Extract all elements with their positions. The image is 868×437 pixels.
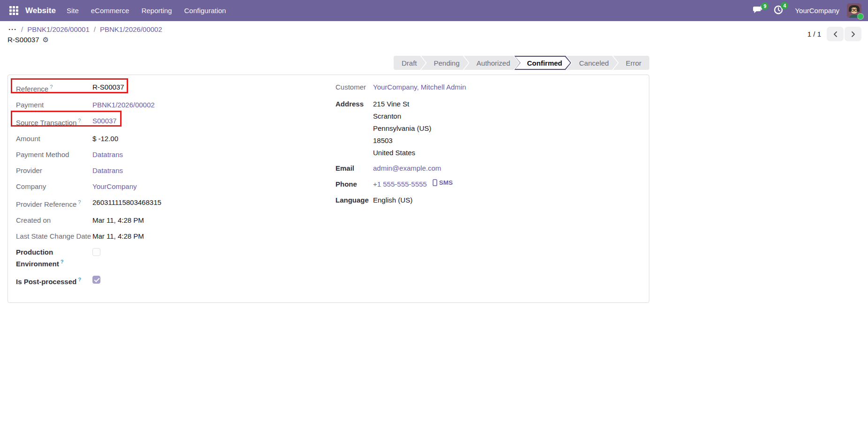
activities-badge: 4 [781, 2, 788, 9]
field-label: Amount [16, 134, 92, 143]
field-value-language: English (US) [373, 195, 412, 205]
help-icon: ? [78, 277, 81, 282]
status-step-pending[interactable]: Pending [421, 56, 468, 70]
field-value-last-state-change: Mar 11, 4:28 PM [92, 231, 144, 241]
sms-label: SMS [439, 179, 453, 186]
breadcrumb-link-2[interactable]: PBNK1/2026/00002 [100, 25, 162, 33]
online-status-dot [858, 14, 863, 19]
field-value-created-on: Mar 11, 4:28 PM [92, 215, 144, 225]
status-step-error[interactable]: Error [613, 56, 649, 70]
status-step-canceled[interactable]: Canceled [566, 56, 617, 70]
field-row-production-environment: Production Environment? [16, 247, 297, 269]
field-label: Customer [335, 82, 373, 92]
activities-icon[interactable]: 4 [773, 5, 784, 17]
field-row-provider-reference: Provider Reference? 260311115803468315 [16, 197, 297, 209]
mobile-phone-icon [433, 179, 437, 186]
top-navbar: Website Site eCommerce Reporting Configu… [0, 0, 868, 21]
field-row-amount: Amount $ -12.00 [16, 134, 297, 143]
field-row-email: Email admin@example.com [335, 163, 636, 173]
field-label: Reference? [16, 82, 92, 94]
field-value-provider-reference: 260311115803468315 [92, 197, 161, 207]
field-row-is-post-processed: Is Post-processed? [16, 275, 297, 286]
field-row-phone: Phone +1 555-555-5555 SMS [335, 179, 636, 189]
breadcrumb-link-1[interactable]: PBNK1/2026/00001 [27, 25, 90, 33]
field-row-reference: Reference? R-S00037 [16, 82, 297, 94]
user-avatar[interactable] [847, 3, 861, 18]
field-label: Company [16, 181, 92, 191]
menu-ecommerce[interactable]: eCommerce [85, 0, 136, 21]
field-label: Payment Method [16, 150, 92, 159]
field-row-payment: Payment PBNK1/2026/00002 [16, 100, 297, 110]
breadcrumb-separator: / [21, 25, 23, 33]
messages-icon[interactable]: 9 [753, 5, 764, 16]
menu-configuration[interactable]: Configuration [178, 0, 232, 21]
messages-badge: 9 [761, 2, 769, 10]
form-left-column: Reference? R-S00037 Payment PBNK1/2026/0… [16, 82, 297, 293]
field-value-source-transaction[interactable]: S00037 [92, 116, 117, 126]
field-label: Language [335, 195, 373, 205]
field-value-company[interactable]: YourCompany [92, 181, 137, 191]
field-label: Payment [16, 100, 92, 110]
address-line: 215 Vine St [373, 98, 431, 110]
field-value-phone[interactable]: +1 555-555-5555 [373, 179, 427, 189]
field-label: Source Transaction? [16, 116, 92, 128]
address-line: Scranton [373, 110, 431, 122]
status-step-draft[interactable]: Draft [394, 56, 426, 70]
pager-count: 1 / 1 [807, 30, 821, 38]
address-line: Pennsylvania (US) [373, 122, 431, 135]
field-value-amount: $ -12.00 [92, 134, 118, 143]
field-label: Last State Change Date [16, 231, 92, 241]
pager-next-button[interactable] [845, 27, 861, 41]
company-switcher[interactable]: YourCompany [795, 7, 839, 15]
field-row-last-state-change: Last State Change Date Mar 11, 4:28 PM [16, 231, 297, 241]
field-row-company: Company YourCompany [16, 181, 297, 191]
field-row-provider: Provider Datatrans [16, 166, 297, 175]
field-value-email[interactable]: admin@example.com [373, 163, 441, 173]
gear-icon[interactable]: ⚙ [43, 36, 49, 43]
app-name[interactable]: Website [25, 6, 56, 15]
field-value-payment-method[interactable]: Datatrans [92, 150, 123, 159]
field-label: Created on [16, 215, 92, 225]
field-label: Address [335, 98, 373, 110]
address-block: 215 Vine St Scranton Pennsylvania (US) 1… [373, 98, 431, 159]
field-row-created-on: Created on Mar 11, 4:28 PM [16, 215, 297, 225]
apps-menu-icon[interactable] [7, 4, 21, 18]
sms-button[interactable]: SMS [433, 179, 453, 186]
control-panel: ··· / PBNK1/2026/00001 / PBNK1/2026/0000… [0, 21, 868, 54]
grid-icon [9, 6, 18, 15]
field-label: Phone [335, 179, 373, 189]
field-value-customer[interactable]: YourCompany, Mitchell Admin [373, 82, 466, 92]
status-step-authorized[interactable]: Authorized [464, 56, 519, 70]
menu-reporting[interactable]: Reporting [135, 0, 178, 21]
field-row-language: Language English (US) [335, 195, 636, 205]
is-post-processed-checkbox[interactable] [92, 276, 100, 284]
field-row-customer: Customer YourCompany, Mitchell Admin [335, 82, 636, 92]
pager: 1 / 1 [807, 27, 861, 41]
field-row-source-transaction: Source Transaction? S00037 [16, 116, 297, 128]
breadcrumb-separator: / [94, 25, 96, 33]
field-row-address: Address 215 Vine St Scranton Pennsylvani… [335, 98, 636, 159]
page-title: R-S00037 [8, 36, 39, 44]
field-label: Is Post-processed? [16, 275, 92, 286]
field-value-provider[interactable]: Datatrans [92, 166, 123, 175]
production-environment-checkbox[interactable] [92, 248, 100, 256]
statusbar: Draft Pending Authorized Confirmed Cance… [394, 56, 649, 70]
field-label: Provider [16, 166, 92, 175]
field-label: Provider Reference? [16, 197, 92, 209]
pager-previous-button[interactable] [827, 27, 844, 41]
address-line: 18503 [373, 135, 431, 147]
breadcrumb: ··· / PBNK1/2026/00001 / PBNK1/2026/0000… [8, 25, 162, 33]
field-row-payment-method: Payment Method Datatrans [16, 150, 297, 159]
field-label: Email [335, 163, 373, 173]
status-step-confirmed[interactable]: Confirmed [514, 56, 571, 70]
field-value-payment[interactable]: PBNK1/2026/00002 [92, 100, 155, 110]
address-line: United States [373, 147, 431, 159]
menu-site[interactable]: Site [61, 0, 85, 21]
form-sheet: Reference? R-S00037 Payment PBNK1/2026/0… [8, 75, 649, 303]
help-icon: ? [50, 84, 53, 90]
help-icon: ? [61, 259, 64, 264]
field-label: Production Environment? [16, 247, 92, 269]
help-icon: ? [78, 118, 81, 123]
breadcrumb-ellipsis[interactable]: ··· [8, 25, 17, 33]
help-icon: ? [78, 199, 81, 205]
